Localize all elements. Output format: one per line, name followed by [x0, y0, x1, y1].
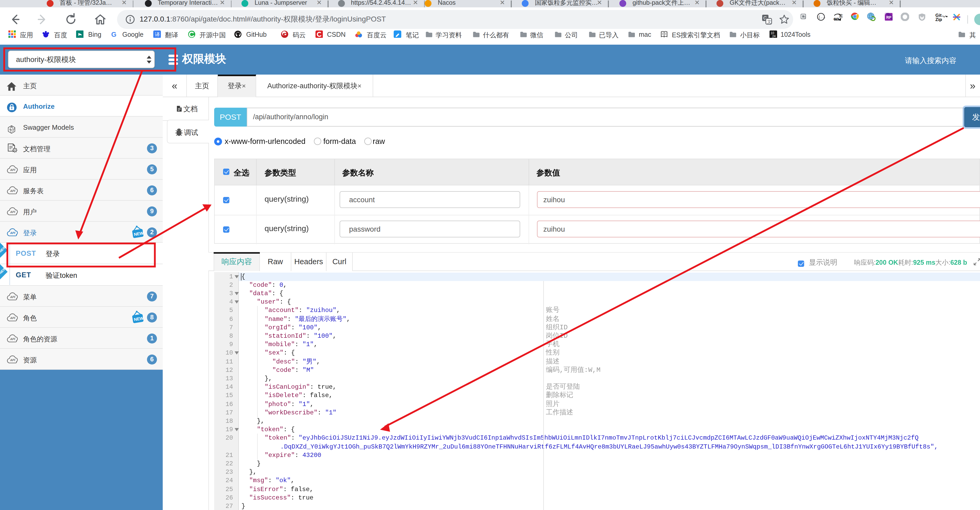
svg-text:G: G	[111, 30, 116, 38]
svg-text:API: API	[10, 231, 15, 234]
svg-text:API: API	[10, 210, 15, 214]
svg-text:{...}: {...}	[818, 15, 825, 19]
svg-text:文: 文	[767, 19, 772, 24]
svg-text:24: 24	[772, 34, 776, 38]
svg-text:API: API	[10, 168, 15, 172]
svg-text:A: A	[11, 126, 12, 128]
svg-text:API: API	[10, 189, 15, 193]
svg-text:API: API	[10, 359, 15, 362]
svg-text:API: API	[10, 316, 15, 320]
svg-text:API: API	[10, 338, 15, 341]
svg-text:译: 译	[155, 32, 160, 37]
svg-text:RP: RP	[886, 15, 891, 19]
svg-text:API: API	[10, 295, 15, 299]
